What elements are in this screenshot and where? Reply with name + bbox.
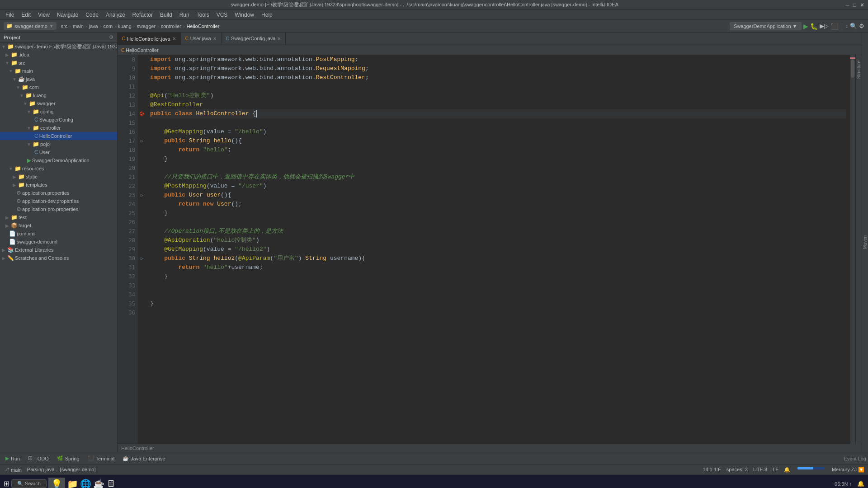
encoding-indicator[interactable]: UTF-8 bbox=[753, 467, 767, 473]
menu-build[interactable]: Build bbox=[156, 11, 176, 19]
taskbar-chrome[interactable]: 🌐 bbox=[80, 479, 91, 488]
tree-item-application-pro[interactable]: ⚙ application-pro.properties bbox=[0, 205, 117, 213]
tree-item-kuang[interactable]: ▼ 📁 kuang bbox=[0, 91, 117, 99]
tree-item-pojo[interactable]: ▼ 📁 pojo bbox=[0, 140, 117, 148]
tree-label: config bbox=[40, 109, 53, 114]
code-line-24: return new User(); bbox=[150, 200, 846, 209]
breadcrumb-com[interactable]: com bbox=[103, 23, 113, 29]
tab-run[interactable]: ▶ Run bbox=[2, 454, 24, 463]
tree-item-resources[interactable]: ▼ 📁 resources bbox=[0, 164, 117, 173]
maximize-button[interactable]: □ bbox=[853, 2, 856, 8]
tree-item-main[interactable]: ▼ 📁 main bbox=[0, 67, 117, 75]
menu-refactor[interactable]: Refactor bbox=[129, 11, 156, 19]
notifications[interactable]: 🔔 bbox=[784, 467, 790, 473]
taskbar-search[interactable]: 🔍 Search bbox=[11, 479, 47, 488]
tree-item-iml[interactable]: 📄 swagger-demo.iml bbox=[0, 238, 117, 246]
tree-item-controller[interactable]: ▼ 📁 controller bbox=[0, 124, 117, 132]
menu-vcs[interactable]: VCS bbox=[213, 11, 231, 19]
line-ending-indicator[interactable]: LF bbox=[773, 467, 778, 473]
taskbar-app2[interactable]: 🖥 bbox=[106, 479, 115, 488]
menu-code[interactable]: Code bbox=[82, 11, 102, 19]
breadcrumb-class[interactable]: HelloController bbox=[126, 47, 159, 53]
tree-label: SwaggerConfig bbox=[39, 117, 73, 122]
expand-icon: ▼ bbox=[7, 67, 14, 75]
tree-item-pom[interactable]: 📄 pom.xml bbox=[0, 230, 117, 238]
tree-item-swagger[interactable]: ▼ 📁 swagger bbox=[0, 99, 117, 108]
tree-item-swaggerconfig[interactable]: C SwaggerConfig bbox=[0, 116, 117, 124]
memory-indicator bbox=[797, 467, 825, 469]
tab-hellocontroller[interactable]: C HelloController.java ✕ bbox=[118, 33, 181, 45]
tab-close-icon[interactable]: ✕ bbox=[213, 36, 217, 41]
breadcrumb-main[interactable]: main bbox=[73, 23, 84, 29]
tree-item-static[interactable]: ▶ 📁 static bbox=[0, 173, 117, 181]
tab-terminal[interactable]: ⬛ Terminal bbox=[84, 454, 118, 463]
tree-item-user[interactable]: C User bbox=[0, 148, 117, 156]
notification-button[interactable]: 🔔 bbox=[857, 480, 864, 487]
tab-close-icon[interactable]: ✕ bbox=[277, 36, 281, 41]
menu-window[interactable]: Window bbox=[231, 11, 258, 19]
run-with-coverage[interactable]: ▶▷ bbox=[820, 23, 829, 29]
tree-item-templates[interactable]: ▶ 📁 templates bbox=[0, 181, 117, 189]
settings-button[interactable]: ⚙ bbox=[859, 23, 864, 29]
stop-button[interactable]: ⬛ bbox=[830, 23, 838, 30]
project-dropdown[interactable]: 📁 swagger-demo ▼ bbox=[4, 22, 57, 30]
taskbar-file-explorer[interactable]: 📁 bbox=[67, 479, 78, 488]
menu-file[interactable]: File bbox=[2, 11, 18, 19]
menu-navigate[interactable]: Navigate bbox=[53, 11, 82, 19]
breadcrumb-src[interactable]: src bbox=[61, 23, 68, 29]
tree-item-idea[interactable]: ▶ 📁 .idea bbox=[0, 51, 117, 59]
close-button[interactable]: ✕ bbox=[860, 2, 864, 8]
tree-item-swaggerdemoapplication[interactable]: ▶ SwaggerDemoApplication bbox=[0, 156, 117, 164]
tree-item-src[interactable]: ▼ 📁 src bbox=[0, 59, 117, 67]
minimize-button[interactable]: ─ bbox=[845, 2, 849, 8]
tab-user[interactable]: C User.java ✕ bbox=[181, 33, 222, 45]
run-config-select[interactable]: SwaggerDemoApplication ▼ bbox=[730, 22, 802, 30]
menu-view[interactable]: View bbox=[34, 11, 53, 19]
menu-tools[interactable]: Tools bbox=[193, 11, 213, 19]
tree-item-target[interactable]: ▶ 📦 target bbox=[0, 221, 117, 230]
menu-analyze[interactable]: Analyze bbox=[102, 11, 129, 19]
project-panel-settings[interactable]: ⚙ bbox=[109, 34, 113, 40]
tree-item-test[interactable]: ▶ 📁 test bbox=[0, 213, 117, 221]
tab-close-icon[interactable]: ✕ bbox=[172, 36, 176, 41]
tab-swaggerconfig[interactable]: C SwaggerConfig.java ✕ bbox=[222, 33, 286, 45]
tree-item-scratches[interactable]: ▶ ✏️ Scratches and Consoles bbox=[0, 254, 117, 262]
java-enterprise-label: Java Enterprise bbox=[131, 456, 165, 461]
terminal-icon: ⬛ bbox=[88, 455, 94, 461]
taskbar-idea[interactable]: 💡 bbox=[48, 478, 65, 488]
tree-item-hellocontroller[interactable]: C HelloController bbox=[0, 132, 117, 140]
tab-java-enterprise[interactable]: ☕ Java Enterprise bbox=[119, 454, 169, 463]
search-button[interactable]: 🔍 bbox=[850, 23, 857, 29]
menu-help[interactable]: Help bbox=[258, 11, 276, 19]
run-button[interactable]: ▶ bbox=[803, 23, 808, 30]
tree-label: src bbox=[19, 60, 25, 66]
breadcrumb-java[interactable]: java bbox=[89, 23, 98, 29]
windows-start-button[interactable]: ⊞ bbox=[4, 479, 9, 488]
tree-item-java[interactable]: ▼ ☕ java bbox=[0, 75, 117, 83]
code-editor[interactable]: import org.springframework.web.bind.anno… bbox=[146, 55, 850, 444]
menu-run[interactable]: Run bbox=[176, 11, 193, 19]
tree-label: target bbox=[19, 223, 31, 228]
breadcrumb-kuang[interactable]: kuang bbox=[118, 23, 132, 29]
menu-edit[interactable]: Edit bbox=[18, 11, 34, 19]
expand-icon bbox=[11, 189, 16, 197]
taskbar-app1[interactable]: ☕ bbox=[93, 479, 104, 488]
tab-spring[interactable]: 🌿 Spring bbox=[53, 454, 83, 463]
tree-label: main bbox=[22, 68, 33, 74]
tree-item-com[interactable]: ▼ 📁 com bbox=[0, 83, 117, 91]
tree-label: test bbox=[19, 215, 27, 220]
event-log-label[interactable]: Event Log bbox=[844, 456, 866, 461]
vertical-scrollbar[interactable] bbox=[850, 55, 855, 444]
breadcrumb-swagger[interactable]: swagger bbox=[137, 23, 156, 29]
tree-item-application-properties[interactable]: ⚙ application.properties bbox=[0, 189, 117, 197]
git-button[interactable]: ↕ bbox=[846, 23, 849, 29]
tree-item-config[interactable]: ▼ 📁 config bbox=[0, 108, 117, 116]
tree-label: Scratches and Consoles bbox=[15, 255, 69, 261]
tree-item-external-libraries[interactable]: ▶ 📚 External Libraries bbox=[0, 246, 117, 254]
breadcrumb-file[interactable]: HelloController bbox=[187, 23, 220, 29]
tree-item-application-dev[interactable]: ⚙ application-dev.properties bbox=[0, 197, 117, 205]
tree-item-swagger-demo[interactable]: ▼ 📁 swagger-demo F:\教学\级管理\[西门Java] 1932… bbox=[0, 42, 117, 51]
debug-button[interactable]: 🐛 bbox=[810, 23, 818, 30]
breadcrumb-controller[interactable]: controller bbox=[161, 23, 181, 29]
tab-todo[interactable]: ☑ TODO bbox=[24, 454, 52, 463]
